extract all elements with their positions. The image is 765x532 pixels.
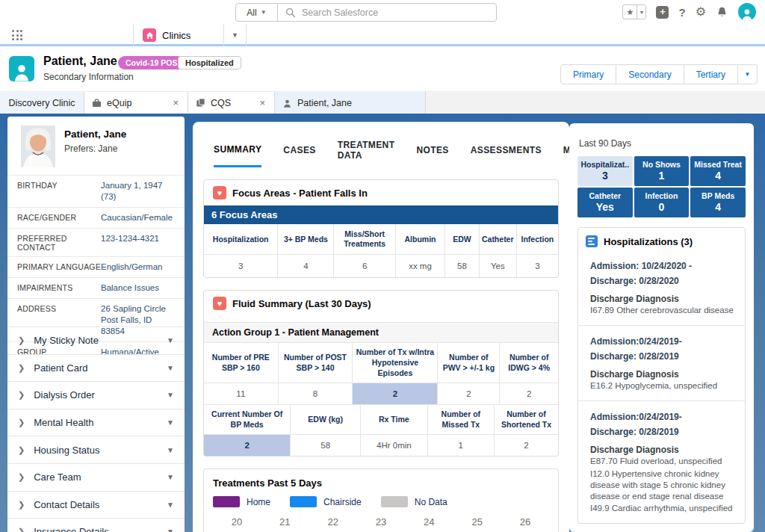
fluid-summary-card: ♥ Fluid Summary (Last 30 Days) Action Gr… <box>203 290 559 457</box>
section-care-team[interactable]: ❯ Care Team ▼ <box>7 463 185 491</box>
diagnosis-text: E87.70 Fluid overload, unspecified <box>590 456 737 467</box>
field-label: IMPAIRMENTS <box>17 282 101 292</box>
section-patient-card[interactable]: ❯ Patient Card ▼ <box>7 354 185 382</box>
legend-swatch-home <box>213 496 240 507</box>
grid-cell-value: Yes <box>579 201 631 213</box>
column-header: Hospitalization <box>204 224 278 254</box>
cell-value: Yes <box>480 254 517 277</box>
chevron-down-icon[interactable]: ▼ <box>167 446 174 454</box>
section-label: Patient Card <box>34 362 87 374</box>
chevron-down-icon[interactable]: ▼ <box>167 336 174 344</box>
tab-summary[interactable]: SUMMARY <box>214 140 261 167</box>
fluid-table2-header: Current Number Of BP Meds EDW (kg) Rx Ti… <box>204 404 558 434</box>
close-icon[interactable]: × <box>258 97 267 108</box>
nav-tab-dropdown[interactable]: ▼ <box>224 24 247 46</box>
favorites-dropdown-icon[interactable]: ▼ <box>637 5 645 19</box>
chevron-down-icon[interactable]: ▼ <box>167 473 174 481</box>
section-mental-health[interactable]: ❯ Mental Health ▼ <box>7 409 185 436</box>
notifications-bell-icon[interactable] <box>716 6 728 19</box>
home-icon <box>143 28 156 42</box>
section-contact-details[interactable]: ❯ Contact Details ▼ <box>7 491 185 519</box>
column-header: Miss/Short Treatments <box>334 224 395 254</box>
section-my-sticky-note[interactable]: ❯ My Sticky Note ▼ <box>7 327 185 354</box>
page-content: Patient, Jane Prefers: Jane BIRTHDAY Jan… <box>0 114 765 532</box>
tab-notes[interactable]: NOTES <box>416 140 448 167</box>
grid-cell-bp-meds[interactable]: BP Meds 4 <box>690 188 746 217</box>
hospitalizations-title: Hospitalizations (3) <box>604 236 693 247</box>
section-insurance-details[interactable]: ❯ Insurance Details ▼ <box>7 518 185 532</box>
tab-more-label: More <box>563 145 569 155</box>
global-actions-icon[interactable]: + <box>656 6 669 19</box>
treatment-day-23: 23 4:00 <box>359 516 403 532</box>
column-header: EDW <box>445 224 480 254</box>
grid-cell-infection[interactable]: Infection 0 <box>634 188 690 217</box>
cell-value: xx mg <box>396 254 445 277</box>
section-dialysis-order[interactable]: ❯ Dialysis Order ▼ <box>7 381 185 409</box>
legend-item-home: Home <box>213 496 270 507</box>
cell-value: 4Hr 0min <box>361 434 427 456</box>
field-row-birthday: BIRTHDAY January 1, 1947 (73) <box>7 175 185 207</box>
column-header: EDW (kg) <box>291 405 361 434</box>
secondary-button[interactable]: Secondary <box>616 64 684 84</box>
search-input[interactable] <box>302 7 489 18</box>
grid-cell-no-shows[interactable]: No Shows 1 <box>634 156 690 186</box>
chevron-right-icon: ❯ <box>18 500 25 510</box>
column-header: Number of Shortened Tx <box>495 405 558 434</box>
chevron-down-icon: ▼ <box>232 31 238 39</box>
hospitalizations-header: Hospitalizations (3) <box>578 228 745 250</box>
fluid-table2-values: 2 58 4Hr 0min 1 2 <box>204 434 558 456</box>
tab-label: eQuip <box>107 98 131 108</box>
tab-label: CQS <box>211 98 231 108</box>
app-launcher-icon[interactable] <box>12 30 23 41</box>
search-box <box>278 7 496 18</box>
cell-value: 2 <box>495 434 558 456</box>
tab-equip[interactable]: eQuip × <box>84 92 188 114</box>
tertiary-button[interactable]: Tertiary <box>684 64 738 84</box>
chevron-down-icon[interactable]: ▼ <box>167 501 174 509</box>
favorites-control[interactable]: ★ ▼ <box>622 4 646 19</box>
grid-cell-label: No Shows <box>636 160 688 169</box>
tab-cqs[interactable]: CQS × <box>188 92 275 114</box>
grid-cell-value: 3 <box>579 170 631 182</box>
tab-treatment-data[interactable]: TREATMENT DATA <box>338 140 395 167</box>
hospitalization-entry: Admission: 10/24/2020 - Discharge: 0/28/… <box>578 250 745 325</box>
cell-value: 1 <box>428 434 495 456</box>
cell-value: 4 <box>278 254 334 277</box>
cell-value: 58 <box>291 434 361 456</box>
chevron-down-icon[interactable]: ▼ <box>167 418 174 427</box>
day-label: 26 <box>520 516 530 528</box>
patient-name: Patient, Jane <box>43 55 117 68</box>
grid-cell-missed-treatments[interactable]: Missed Treat 4 <box>690 156 746 186</box>
grid-cell-value: 1 <box>636 170 688 182</box>
favorites-star-icon[interactable]: ★ <box>623 5 637 19</box>
chevron-right-icon: ❯ <box>18 363 25 373</box>
grid-cell-hospitalizations[interactable]: Hospitalizat.. 3 <box>577 156 633 186</box>
tab-assessments[interactable]: ASSESSMENTS <box>471 140 542 167</box>
field-label: BIRTHDAY <box>17 180 101 190</box>
grid-cell-catheter[interactable]: Catheter Yes <box>577 188 633 217</box>
day-label: 23 <box>376 516 386 528</box>
tab-discovery-clinic[interactable]: Discovery Clinic <box>0 92 84 114</box>
admission-date: Admission:0/24/2019- <box>590 336 737 347</box>
tab-cases[interactable]: CASES <box>283 140 315 167</box>
day-label: 20 <box>232 516 242 528</box>
help-icon[interactable]: ? <box>678 6 685 19</box>
primary-button[interactable]: Primary <box>560 64 616 84</box>
tab-more[interactable]: More ▼ <box>563 140 569 167</box>
tab-patient-jane[interactable]: Patient, Jane <box>275 92 426 114</box>
nav-tab-clinics[interactable]: Clinics <box>133 24 224 46</box>
user-avatar[interactable] <box>738 3 756 21</box>
legend-swatch-chairside <box>290 496 317 507</box>
cell-value-highlighted: 2 <box>204 434 291 456</box>
setup-gear-icon[interactable]: ⚙ <box>696 6 706 18</box>
actions-dropdown-button[interactable]: ▼ <box>738 64 758 84</box>
search-scope-selector[interactable]: All ▼ <box>236 4 278 21</box>
chevron-down-icon[interactable]: ▼ <box>167 391 174 399</box>
chevron-down-icon[interactable]: ▼ <box>167 528 174 532</box>
last-90-days-title: Last 90 Days <box>579 138 746 149</box>
person-icon <box>11 62 32 81</box>
discharge-date: Discharge: 0/28/2019 <box>590 351 737 362</box>
chevron-down-icon[interactable]: ▼ <box>167 364 174 372</box>
section-housing-status[interactable]: ❯ Housing Status ▼ <box>7 436 185 463</box>
close-icon[interactable]: × <box>171 97 180 108</box>
